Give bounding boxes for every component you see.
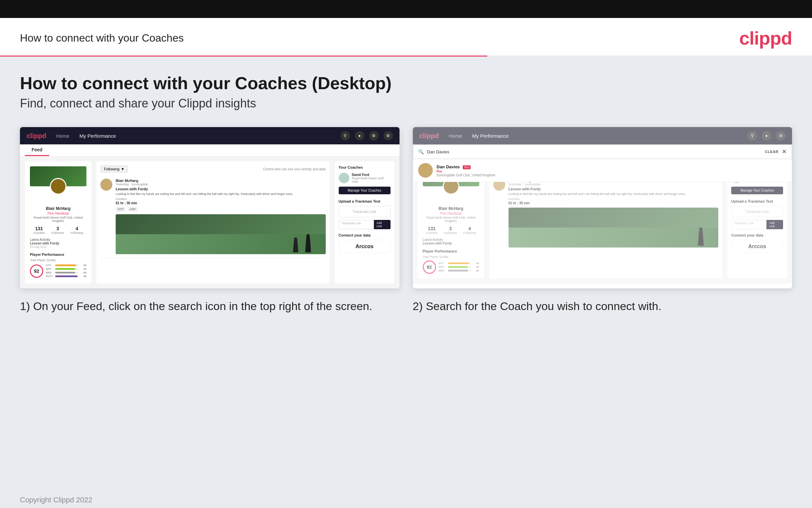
nav-performance-1: My Performance xyxy=(80,133,116,139)
top-bar xyxy=(0,0,812,18)
profile-name-2: Blair McHarg xyxy=(423,206,479,211)
post-card-1: Blair McHarg Yesterday · Sunningdale Les… xyxy=(100,175,326,258)
post-image-2 xyxy=(509,208,719,248)
nav-home-1: Home xyxy=(56,133,69,139)
following-button[interactable]: Following ▼ xyxy=(100,165,128,173)
settings-icon-nav[interactable]: ⚙ xyxy=(369,131,379,140)
search-icon-nav[interactable]: ⚲ xyxy=(341,131,350,140)
score-circle-1: 92 xyxy=(30,264,43,278)
app-nav-1: clippd Home My Performance ⚲ ● ⚙ ⚙ xyxy=(20,127,399,144)
screenshot2-wrapper: clippd Home My Performance ⚲ ● ⚙ Feed xyxy=(413,127,793,314)
trackman-input-row: Trackman Link Add Link xyxy=(339,220,390,229)
post-avatar-1 xyxy=(100,179,112,190)
profile-banner-1 xyxy=(30,166,86,186)
post-image-1 xyxy=(116,214,326,254)
arccos-brand: Arccos xyxy=(339,240,390,253)
stats-row-2: 131 Activities 3 Followers 4 Following xyxy=(423,226,479,235)
profile-club-2: Royal North Devon Golf Club, United King… xyxy=(423,216,479,222)
nav-icons-2: ⚲ ● ⚙ xyxy=(748,131,785,140)
player-score-1: 92 OTT 90 APP 85 xyxy=(30,264,86,279)
clear-button[interactable]: CLEAR xyxy=(765,150,778,154)
bar-app: APP 85 xyxy=(46,267,86,270)
stats-row-1: 131 Activities 3 Followers 4 Following xyxy=(30,226,86,235)
right-panel-1: Your Coaches David Ford Royal North Devo… xyxy=(335,161,394,284)
bar-ott: OTT 90 xyxy=(46,264,86,267)
post-duration: Duration xyxy=(116,197,326,201)
score-bars-1: OTT 90 APP 85 ARG xyxy=(46,264,86,279)
avatar-1 xyxy=(50,178,66,195)
stat-activities: 131 Activities xyxy=(33,226,45,235)
screenshot2: clippd Home My Performance ⚲ ● ⚙ Feed xyxy=(413,127,793,288)
profile-icon-nav-2: ● xyxy=(762,131,771,140)
step2-caption: 2) Search for the Coach you wish to conn… xyxy=(413,288,793,314)
search-icon-nav-2: ⚲ xyxy=(748,131,757,140)
screenshot1: clippd Home My Performance ⚲ ● ⚙ ⚙ Feed xyxy=(20,127,399,288)
screenshots-row: clippd Home My Performance ⚲ ● ⚙ ⚙ Feed xyxy=(20,127,792,314)
trackman-input[interactable]: Trackman Link xyxy=(339,220,374,229)
result-avatar xyxy=(418,163,433,178)
manage-coaches-btn-2[interactable]: Manage Your Coaches xyxy=(731,186,783,194)
coach-avatar-1 xyxy=(339,173,349,183)
latest-act-2: Latest Activity Lesson with Fordy xyxy=(423,238,479,245)
feed-tab-bar-1: Feed xyxy=(20,144,399,156)
footer: Copyright Clippd 2022 xyxy=(0,489,812,508)
player-score-2: 92 OTT 90 APP xyxy=(423,260,479,274)
left-panel-1: Blair McHarg Plus Handicap Royal North D… xyxy=(25,161,91,284)
control-link[interactable]: Control who can see your activity and da… xyxy=(263,167,325,171)
post-action-row: OTT APP xyxy=(116,207,326,212)
profile-icon-nav[interactable]: ● xyxy=(355,131,364,140)
header: How to connect with your Coaches clippd xyxy=(0,18,812,55)
stat-act-2: 131 Activities xyxy=(426,226,438,235)
app-nav-2: clippd Home My Performance ⚲ ● ⚙ xyxy=(413,127,793,144)
stat-following: 4 Following xyxy=(70,226,83,235)
step1-caption: 1) On your Feed, click on the search ico… xyxy=(20,288,399,314)
search-overlay: 🔍 Dan Davies CLEAR ✕ Dan Davies Pro Pro xyxy=(413,144,793,182)
settings-icon-nav-2: ⚙ xyxy=(776,131,785,140)
trackman-link-box: Trackman Link xyxy=(339,206,390,217)
page-title: How to connect with your Coaches xyxy=(20,32,184,44)
manage-coaches-btn-1[interactable]: Manage Your Coaches xyxy=(339,186,390,194)
search-bar: 🔍 Dan Davies CLEAR ✕ xyxy=(413,144,793,159)
search-icon: 🔍 xyxy=(418,149,424,154)
profile-handicap-1: Plus Handicap xyxy=(30,212,86,215)
result-info: Dan Davies Pro Pro Sunningdale Golf Club… xyxy=(437,164,495,177)
stat-ing-2: 4 Following xyxy=(463,226,476,235)
profile-club-1: Royal North Devon Golf Club, United King… xyxy=(30,216,86,222)
bar-arg: ARG 86 xyxy=(46,271,86,274)
post-content-1: Blair McHarg Yesterday · Sunningdale Les… xyxy=(116,179,326,254)
bar-putt: PUTT 96 xyxy=(46,275,86,278)
main-content: How to connect with your Coaches (Deskto… xyxy=(0,56,812,489)
section-subtitle: Find, connect and share your Clippd insi… xyxy=(20,96,792,111)
close-search-button[interactable]: ✕ xyxy=(782,148,787,155)
nav-perf-2: My Performance xyxy=(472,133,509,139)
stat-fol-2: 3 Followers xyxy=(444,226,457,235)
coach-item-1: David Ford Royal North Devon Golf Club xyxy=(339,173,390,183)
middle-panel-1: Following ▼ Control who can see your act… xyxy=(96,161,330,284)
app-logo-2: clippd xyxy=(420,132,439,140)
user-icon-nav[interactable]: ⚙ xyxy=(384,131,393,140)
clippd-logo: clippd xyxy=(739,27,792,49)
nav-home-2: Home xyxy=(449,133,462,139)
add-link-btn[interactable]: Add Link xyxy=(374,220,390,229)
following-row-1: Following ▼ Control who can see your act… xyxy=(100,165,326,173)
nav-icons-1: ⚲ ● ⚙ ⚙ xyxy=(341,131,393,140)
coach-info-1: David Ford Royal North Devon Golf Club xyxy=(352,173,390,183)
profile-name-1: Blair McHarg xyxy=(30,206,86,211)
app-body-1: Blair McHarg Plus Handicap Royal North D… xyxy=(20,156,399,288)
screenshot1-wrapper: clippd Home My Performance ⚲ ● ⚙ ⚙ Feed xyxy=(20,127,399,314)
section-title: How to connect with your Coaches (Deskto… xyxy=(20,73,792,93)
app-logo-1: clippd xyxy=(27,132,46,140)
copyright-text: Copyright Clippd 2022 xyxy=(20,496,92,504)
latest-activity-1: Latest Activity Lesson with Fordy 03 Aug… xyxy=(30,238,86,249)
stat-followers: 3 Followers xyxy=(51,226,64,235)
profile-handicap-2: Plus Handicap xyxy=(423,212,479,215)
search-result-item[interactable]: Dan Davies Pro Pro Sunningdale Golf Club… xyxy=(413,159,793,182)
feed-tab-1[interactable]: Feed xyxy=(25,144,49,156)
search-input-display[interactable]: Dan Davies xyxy=(427,150,762,154)
